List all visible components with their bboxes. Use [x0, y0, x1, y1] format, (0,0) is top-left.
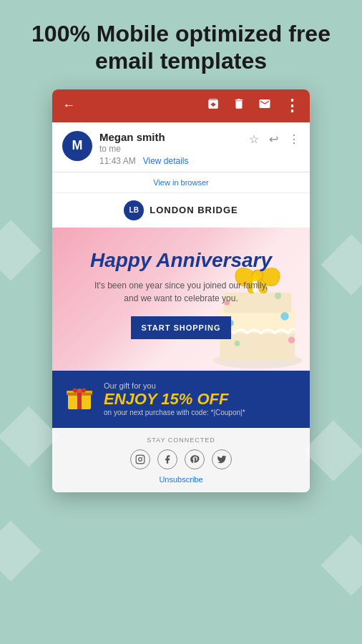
hero-section: Happy Anniversary It's been one year sin… — [52, 228, 310, 371]
star-icon[interactable]: ☆ — [249, 132, 259, 146]
svg-point-9 — [235, 341, 240, 346]
logo-name: LONDON BRIDGE — [150, 205, 238, 215]
delete-icon[interactable] — [233, 97, 245, 114]
twitter-icon[interactable] — [212, 449, 232, 469]
start-shopping-button[interactable]: START SHOPPING — [131, 316, 231, 339]
bg-diamond-mid-right — [303, 421, 362, 482]
bg-diamond-bottom-right — [321, 535, 362, 596]
sender-name: Megan smith — [99, 131, 242, 143]
svg-rect-1 — [220, 330, 295, 361]
social-icons — [61, 449, 301, 469]
view-details-link[interactable]: View details — [143, 156, 189, 166]
email-header: M Megan smith to me 11:43 AM View detail… — [52, 122, 310, 172]
sender-time: 11:43 AM View details — [99, 156, 242, 166]
instagram-icon[interactable] — [130, 449, 150, 469]
archive-icon[interactable] — [207, 97, 220, 114]
bg-diamond-top-left — [0, 220, 41, 281]
logo-circle: LB — [124, 200, 144, 220]
avatar: M — [62, 131, 92, 161]
sender-to: to me — [99, 144, 242, 154]
svg-rect-16 — [67, 393, 92, 396]
pinterest-icon[interactable] — [185, 449, 205, 469]
mail-icon[interactable] — [258, 97, 271, 114]
email-actions: ☆ ↩ ⋮ — [249, 131, 300, 146]
sender-info: Megan smith to me 11:43 AM View details — [99, 131, 242, 166]
coupon-desc: on your next purchase with code: *|Coupo… — [104, 409, 298, 416]
gmail-toolbar: ← ⋮ — [52, 89, 310, 122]
unsubscribe-link[interactable]: Unsubscribe — [159, 475, 202, 484]
svg-rect-18 — [136, 455, 145, 464]
hero-subtitle: It's been one year since you joined our … — [67, 279, 295, 305]
reply-icon[interactable]: ↩ — [269, 132, 278, 146]
phone-frame: ← ⋮ M — [52, 89, 310, 492]
coupon-section: Our gift for you ENJOY 15% OFF on your n… — [52, 371, 310, 428]
more-options-icon[interactable]: ⋮ — [284, 97, 300, 115]
facebook-icon[interactable] — [157, 449, 177, 469]
coupon-label: Our gift for you — [104, 381, 298, 390]
stay-connected-label: STAY CONNECTED — [61, 436, 301, 444]
bg-diamond-bottom-left — [0, 521, 41, 582]
hero-title: Happy Anniversary — [67, 249, 295, 272]
email-body: View in browser LB LONDON BRIDGE — [52, 172, 310, 492]
svg-point-6 — [280, 312, 288, 320]
social-footer: STAY CONNECTED — [52, 428, 310, 492]
svg-point-20 — [142, 457, 143, 457]
more-email-options-icon[interactable]: ⋮ — [288, 132, 300, 146]
view-in-browser[interactable]: View in browser — [52, 172, 310, 193]
back-button[interactable]: ← — [62, 98, 75, 113]
svg-point-19 — [139, 457, 142, 461]
svg-point-8 — [288, 336, 295, 343]
page-title: 100% Mobile optimized free email templat… — [0, 0, 362, 89]
coupon-text: Our gift for you ENJOY 15% OFF on your n… — [104, 381, 298, 416]
logo-bar: LB LONDON BRIDGE — [52, 193, 310, 228]
gift-icon — [64, 381, 95, 418]
bg-diamond-mid-left — [0, 406, 59, 467]
coupon-amount: ENJOY 15% OFF — [104, 390, 298, 409]
svg-point-17 — [77, 389, 82, 393]
bg-diamond-top-right — [321, 235, 362, 296]
